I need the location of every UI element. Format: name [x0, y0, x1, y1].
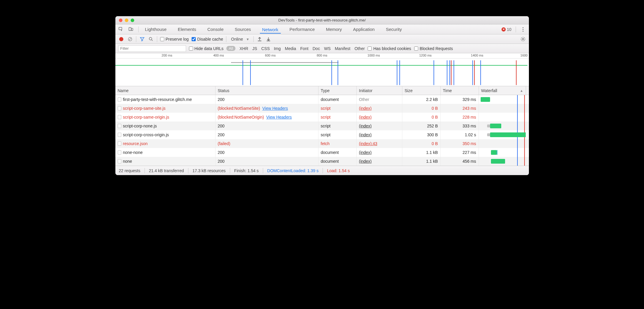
- filter-type-manifest[interactable]: Manifest: [335, 46, 350, 51]
- disable-cache-checkbox[interactable]: Disable cache: [192, 37, 223, 41]
- tab-security[interactable]: Security: [384, 25, 404, 34]
- request-initiator[interactable]: (index): [359, 115, 372, 119]
- filter-type-all[interactable]: All: [226, 46, 235, 51]
- table-row[interactable]: resource.json(failed)fetch(index):430 B3…: [115, 139, 529, 148]
- view-headers-link[interactable]: View Headers: [266, 115, 292, 119]
- file-icon: [118, 97, 121, 102]
- svg-rect-0: [119, 27, 122, 30]
- request-time: 1.02 s: [465, 132, 476, 137]
- status-finish: Finish: 1.54 s: [234, 168, 259, 173]
- request-initiator[interactable]: (index): [359, 150, 372, 155]
- col-type[interactable]: Type: [318, 86, 357, 95]
- request-size: 0 B: [431, 141, 438, 146]
- svg-rect-2: [131, 28, 133, 31]
- waterfall-cell: [479, 113, 526, 122]
- request-initiator[interactable]: (index): [359, 106, 372, 111]
- svg-line-9: [152, 40, 153, 41]
- request-initiator[interactable]: (index):43: [359, 141, 377, 146]
- table-row[interactable]: none-none200document(index)1.1 kB227 ms: [115, 148, 529, 157]
- filter-type-other[interactable]: Other: [354, 46, 365, 51]
- timeline-tick: 400 ms: [213, 54, 224, 57]
- svg-point-12: [522, 38, 524, 40]
- col-size[interactable]: Size: [402, 86, 441, 95]
- clear-icon[interactable]: [127, 36, 133, 42]
- filter-type-doc[interactable]: Doc: [313, 46, 320, 51]
- filter-type-css[interactable]: CSS: [261, 46, 270, 51]
- col-name[interactable]: Name: [115, 86, 215, 95]
- file-icon: [118, 142, 121, 146]
- record-button[interactable]: [118, 36, 124, 42]
- file-icon: [118, 124, 121, 128]
- network-toolbar: Preserve log Disable cache Online ▾: [115, 34, 529, 44]
- filter-icon[interactable]: [139, 36, 145, 42]
- table-row[interactable]: none200document(index)1.1 kB456 ms: [115, 157, 529, 166]
- error-count-badge[interactable]: ✕ 10: [502, 27, 512, 32]
- table-row[interactable]: script-corp-cross-origin.js200script(ind…: [115, 130, 529, 139]
- table-row[interactable]: script-corp-none.js200script(index)252 B…: [115, 122, 529, 130]
- view-headers-link[interactable]: View Headers: [262, 106, 288, 111]
- request-time: 228 ms: [463, 115, 476, 119]
- tab-lighthouse[interactable]: Lighthouse: [143, 25, 169, 34]
- file-icon: [118, 150, 121, 154]
- status-resources: 17.3 kB resources: [192, 168, 226, 173]
- col-initiator[interactable]: Initiator: [357, 86, 402, 95]
- request-name: resource.json: [123, 141, 148, 146]
- download-har-icon[interactable]: [265, 36, 271, 42]
- tab-network[interactable]: Network: [260, 25, 281, 34]
- request-initiator[interactable]: (index): [359, 124, 372, 128]
- tab-console[interactable]: Console: [205, 25, 226, 34]
- more-icon[interactable]: [520, 26, 526, 32]
- filter-type-img[interactable]: Img: [274, 46, 280, 51]
- filter-type-ws[interactable]: WS: [324, 46, 331, 51]
- request-size: 300 B: [427, 132, 438, 137]
- panel-tabstrip: LighthouseElementsConsoleSourcesNetworkP…: [115, 24, 529, 34]
- titlebar: DevTools - first-party-test-with-resourc…: [115, 16, 529, 24]
- throttling-select[interactable]: Online ▾: [229, 37, 250, 41]
- svg-point-3: [522, 27, 523, 28]
- request-initiator[interactable]: (index): [359, 132, 372, 137]
- tab-memory[interactable]: Memory: [323, 25, 344, 34]
- request-table-body: first-party-test-with-resource.glitch.me…: [115, 95, 529, 166]
- col-time[interactable]: Time: [441, 86, 479, 95]
- col-status[interactable]: Status: [215, 86, 318, 95]
- search-icon[interactable]: [148, 36, 154, 42]
- request-type: document: [321, 150, 339, 155]
- filter-input[interactable]: [118, 45, 186, 52]
- table-row[interactable]: first-party-test-with-resource.glitch.me…: [115, 95, 529, 104]
- table-row[interactable]: script-corp-same-site.js(blocked:NotSame…: [115, 104, 529, 113]
- filter-type-font[interactable]: Font: [300, 46, 308, 51]
- settings-gear-icon[interactable]: [520, 36, 526, 42]
- timeline-tick: 1400 ms: [471, 54, 483, 57]
- filter-toolbar: Hide data URLs AllXHRJSCSSImgMediaFontDo…: [115, 44, 529, 53]
- blocked-requests-checkbox[interactable]: Blocked Requests: [414, 46, 453, 51]
- filter-type-xhr[interactable]: XHR: [240, 46, 248, 51]
- request-status: (blocked:NotSameSite): [218, 106, 260, 111]
- request-initiator[interactable]: (index): [359, 159, 372, 164]
- tab-sources[interactable]: Sources: [232, 25, 253, 34]
- filter-type-js[interactable]: JS: [252, 46, 257, 51]
- request-status: 200: [218, 159, 225, 164]
- tab-performance[interactable]: Performance: [287, 25, 317, 34]
- preserve-log-checkbox[interactable]: Preserve log: [160, 37, 189, 41]
- col-waterfall[interactable]: Waterfall▲: [479, 86, 526, 95]
- chevron-down-icon: ▾: [247, 37, 249, 41]
- overview-timeline[interactable]: 200 ms400 ms600 ms800 ms1000 ms1200 ms14…: [115, 53, 529, 86]
- request-type: document: [321, 97, 339, 102]
- tab-application[interactable]: Application: [351, 25, 377, 34]
- file-icon: [118, 106, 121, 110]
- request-time: 456 ms: [463, 159, 476, 164]
- file-icon: [118, 159, 121, 163]
- timeline-tick: 1000 ms: [368, 54, 380, 57]
- table-row[interactable]: script-corp-same-origin.js(blocked:NotSa…: [115, 113, 529, 122]
- has-blocked-cookies-checkbox[interactable]: Has blocked cookies: [368, 46, 411, 51]
- hide-data-urls-checkbox[interactable]: Hide data URLs: [189, 46, 224, 51]
- device-toolbar-icon[interactable]: [128, 26, 134, 32]
- inspect-element-icon[interactable]: [118, 26, 124, 32]
- waterfall-cell: [479, 139, 526, 148]
- request-type: fetch: [321, 141, 330, 146]
- tab-elements[interactable]: Elements: [175, 25, 199, 34]
- request-size: 0 B: [431, 115, 438, 119]
- svg-point-4: [522, 29, 523, 30]
- upload-har-icon[interactable]: [257, 36, 263, 42]
- filter-type-media[interactable]: Media: [285, 46, 296, 51]
